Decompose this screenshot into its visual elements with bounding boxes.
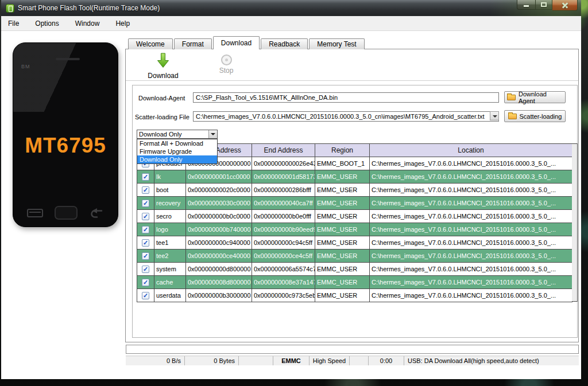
tab-format[interactable]: Format xyxy=(174,38,212,49)
column-header-location: Location xyxy=(370,144,572,157)
status-storage: EMMC xyxy=(273,356,310,365)
tab-welcome[interactable]: Welcome xyxy=(128,38,173,49)
cell-name: recovery xyxy=(154,197,186,210)
phone-menu-icon xyxy=(27,209,43,217)
cell-name: tee2 xyxy=(154,249,186,263)
scatter-file-input[interactable] xyxy=(193,111,499,122)
dropdown-option-firmware-upgrade[interactable]: Firmware Upgrade xyxy=(137,147,217,155)
window-titlebar[interactable]: Smart Phone Flash Tool(Runtime Trace Mod… xyxy=(1,0,581,16)
cell-region: EMMC_BOOT_1 xyxy=(315,157,370,170)
download-arrow-icon xyxy=(156,53,170,68)
phone-nav-buttons xyxy=(13,206,118,220)
phone-home-icon xyxy=(55,206,78,220)
cell-end-address: 0x0000000000026e43 xyxy=(252,157,315,170)
table-row-cache[interactable]: ✓cache0x000000008d8000000x000000008e37a1… xyxy=(137,276,572,289)
folder-icon xyxy=(508,114,517,119)
row-checkbox[interactable]: ✓ xyxy=(142,292,149,299)
download-button[interactable]: Download xyxy=(140,53,186,80)
cell-end-address: 0x000000000c94c5ff xyxy=(252,236,315,249)
stop-button[interactable]: Stop xyxy=(203,53,249,75)
phone-illustration: BM MT6795 xyxy=(13,42,118,227)
download-mode-combo[interactable]: Download Only xyxy=(137,130,218,139)
row-checkbox-cell: ✓ xyxy=(137,236,154,249)
menu-help[interactable]: Help xyxy=(115,20,130,28)
cell-region: EMMC_USER xyxy=(315,249,370,263)
tab-download[interactable]: Download xyxy=(213,36,260,49)
row-checkbox[interactable]: ✓ xyxy=(142,213,149,220)
menu-options[interactable]: Options xyxy=(35,20,59,28)
row-checkbox[interactable]: ✓ xyxy=(142,186,149,194)
cell-name: userdata xyxy=(154,289,186,302)
row-checkbox[interactable]: ✓ xyxy=(142,226,149,233)
table-row-secro[interactable]: ✓secro0x000000000b0c00000x000000000b0e0f… xyxy=(137,210,572,223)
tab-readback[interactable]: Readback xyxy=(261,38,308,49)
row-checkbox-cell: ✓ xyxy=(137,289,154,302)
close-button[interactable] xyxy=(552,0,578,11)
table-row-recovery[interactable]: ✓recovery0x00000000030c00000x00000000040… xyxy=(137,197,572,210)
menu-file[interactable]: File xyxy=(8,20,19,28)
column-header-region: Region xyxy=(315,144,370,157)
cell-end-address: 0x00000000c973c5eb xyxy=(252,289,315,302)
download-mode-value: Download Only xyxy=(139,131,182,138)
close-icon xyxy=(562,2,568,9)
cell-begin-address: 0x000000000ce40000 xyxy=(186,249,252,263)
table-row-tee2[interactable]: ✓tee20x000000000ce400000x000000000ce4c5f… xyxy=(137,249,572,263)
row-checkbox[interactable]: ✓ xyxy=(142,173,149,181)
cell-end-address: 0x000000000286bfff xyxy=(252,184,315,197)
cell-name: logo xyxy=(154,223,186,236)
row-checkbox[interactable]: ✓ xyxy=(142,200,149,207)
row-checkbox-cell: ✓ xyxy=(137,210,154,223)
cell-begin-address: 0x0000000001cc0000 xyxy=(186,170,252,184)
table-row-logo[interactable]: ✓logo0x000000000b7400000x000000000b90eed… xyxy=(137,223,572,236)
dropdown-option-download-only[interactable]: Download Only xyxy=(137,155,217,163)
row-checkbox[interactable]: ✓ xyxy=(142,239,149,247)
download-agent-button[interactable]: Download Agent xyxy=(504,91,566,103)
table-row-tee1[interactable]: ✓tee10x000000000c9400000x000000000c94c5f… xyxy=(137,236,572,249)
download-agent-button-label: Download Agent xyxy=(519,91,563,104)
status-empty-cell xyxy=(239,356,273,365)
cell-begin-address: 0x000000000b740000 xyxy=(186,223,252,236)
table-row-userdata[interactable]: ✓userdata0x00000000b30000000x00000000c97… xyxy=(137,289,572,302)
phone-speaker xyxy=(56,58,80,60)
app-window: Smart Phone Flash Tool(Runtime Trace Mod… xyxy=(1,0,581,379)
table-row-lk[interactable]: ✓lk0x0000000001cc00000x0000000001d58173E… xyxy=(137,170,572,184)
cell-region: EMMC_USER xyxy=(315,289,370,302)
row-checkbox-cell: ✓ xyxy=(137,249,154,263)
row-checkbox[interactable]: ✓ xyxy=(142,252,149,260)
cell-begin-address: 0x000000000c940000 xyxy=(186,236,252,249)
row-checkbox-cell: ✓ xyxy=(137,223,154,236)
menu-window[interactable]: Window xyxy=(75,20,100,28)
status-time: 0:00 xyxy=(369,356,404,365)
minimize-button[interactable] xyxy=(517,0,536,10)
download-agent-input[interactable] xyxy=(193,92,499,103)
cell-region: EMMC_USER xyxy=(315,170,370,184)
download-tab-panel: Download Stop Download-Agent Do xyxy=(125,49,579,342)
scatter-dropdown-arrow[interactable] xyxy=(490,111,499,120)
maximize-button[interactable] xyxy=(536,0,552,10)
folder-icon xyxy=(507,95,516,100)
scatter-loading-button[interactable]: Scatter-loading xyxy=(504,110,566,122)
tab-strip: WelcomeFormatDownloadReadbackMemory Test xyxy=(128,36,366,49)
cell-region: EMMC_USER xyxy=(315,210,370,223)
desktop-background: Smart Phone Flash Tool(Runtime Trace Mod… xyxy=(0,0,588,386)
cell-location: C:\hermes_images_V7.0.6.0.LHMCNCI_201510… xyxy=(370,263,572,276)
tab-memory-test[interactable]: Memory Test xyxy=(309,38,364,49)
window-title: Smart Phone Flash Tool(Runtime Trace Mod… xyxy=(18,4,160,12)
row-checkbox-cell: ✓ xyxy=(137,197,154,210)
cell-region: EMMC_USER xyxy=(315,276,370,289)
dropdown-option-format-all-download[interactable]: Format All + Download xyxy=(137,139,217,147)
cell-begin-address: 0x000000008d800000 xyxy=(186,276,252,289)
table-row-system[interactable]: ✓system0x000000000d8000000x000000006a557… xyxy=(137,263,572,276)
cell-begin-address: 0x00000000030c0000 xyxy=(186,197,252,210)
row-checkbox[interactable]: ✓ xyxy=(142,279,149,286)
table-row-boot[interactable]: ✓boot0x00000000020c00000x000000000286bff… xyxy=(137,184,572,197)
cell-end-address: 0x000000000b0e0fff xyxy=(252,210,315,223)
status-usb-info: USB: DA Download All(high speed,auto det… xyxy=(404,356,579,365)
row-checkbox[interactable]: ✓ xyxy=(142,266,149,273)
combo-arrow-icon[interactable] xyxy=(208,130,217,138)
table-scrollbar[interactable] xyxy=(572,143,578,302)
cell-end-address: 0x000000000ce4c5ff xyxy=(252,249,315,263)
cell-region: EMMC_USER xyxy=(315,236,370,249)
row-checkbox-cell: ✓ xyxy=(137,170,154,184)
stop-button-label: Stop xyxy=(203,67,249,75)
